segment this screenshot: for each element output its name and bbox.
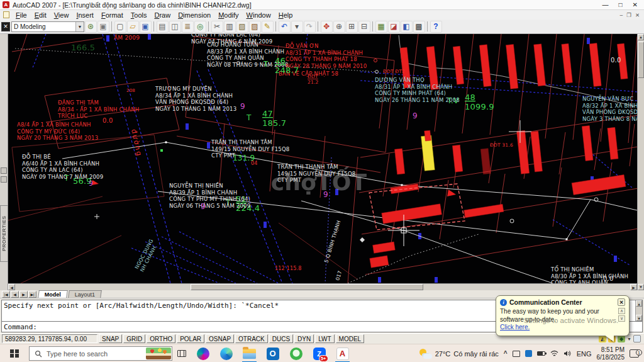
taskbar-app-autocad[interactable]: A <box>331 344 354 362</box>
menu-insert[interactable]: Insert <box>72 11 97 19</box>
palette-button-icon[interactable] <box>1 167 7 174</box>
tray-window-icon[interactable] <box>513 351 520 357</box>
tray-dropdown-icon[interactable]: ▼ <box>627 337 631 341</box>
palette-button-icon[interactable] <box>1 176 7 183</box>
popup-link[interactable]: Click here. <box>500 324 530 331</box>
menu-modify[interactable]: Modify <box>214 11 242 19</box>
pan-icon[interactable]: ✥ <box>321 21 333 33</box>
zoom-realtime-icon[interactable]: ⊕ <box>333 21 345 33</box>
vertical-scrollbar[interactable]: ▲ ▼ <box>637 34 644 290</box>
toggle-snap[interactable]: SNAP <box>99 334 122 343</box>
workspace-combo[interactable]: D Modeling ▼ <box>11 21 84 32</box>
menu-view[interactable]: View <box>50 11 73 19</box>
clean-screen-icon[interactable] <box>633 335 641 342</box>
match-properties-icon[interactable]: ▨ <box>249 21 261 33</box>
scroll-right-icon[interactable]: ▶ <box>630 284 637 290</box>
new-icon[interactable]: ▢ <box>114 21 126 33</box>
hscroll-thumb[interactable] <box>191 284 423 290</box>
cmd-scroll-down-icon[interactable]: ▼ <box>636 315 642 321</box>
menu-format[interactable]: Format <box>97 11 127 19</box>
vscroll-thumb[interactable] <box>638 42 644 78</box>
taskbar-app-copilot[interactable] <box>191 344 214 362</box>
toggle-model[interactable]: MODEL <box>336 334 365 343</box>
search-highlight-image[interactable] <box>146 348 171 359</box>
open-icon[interactable]: ▱ <box>127 21 139 33</box>
properties-palette-tab[interactable]: PROPERTIES <box>0 205 8 262</box>
toggle-lwt[interactable]: LWT <box>315 334 334 343</box>
workspace-lock-icon[interactable]: ▣ <box>97 21 109 33</box>
task-view-button[interactable] <box>172 344 191 362</box>
drawing-canvas[interactable]: ĂM 2009CÔNG TY NGÂN LẠC (64)NGÀY 04 THÁN… <box>8 34 637 283</box>
search-input[interactable]: Type here to search <box>29 346 172 361</box>
toggle-grid[interactable]: GRID <box>123 334 145 343</box>
child-minimize-button[interactable]: – <box>620 12 623 18</box>
tab-layout1[interactable]: Layout1 <box>68 290 102 298</box>
sheetset-manager-icon[interactable]: ▦ <box>375 21 387 33</box>
tab-first-icon[interactable]: |◀ <box>2 291 10 298</box>
cmd-scroll-up-icon[interactable]: ▲ <box>636 300 642 307</box>
etransmit-icon[interactable]: ◎ <box>194 21 206 33</box>
menu-file[interactable]: File <box>12 11 31 19</box>
menu-help[interactable]: Help <box>275 11 297 19</box>
markup-manager-icon[interactable]: ◪ <box>388 21 400 33</box>
taskbar-app-explorer[interactable] <box>238 344 261 362</box>
cut-icon[interactable]: ✂ <box>211 21 223 33</box>
tab-model[interactable]: Model <box>38 290 68 298</box>
publish-icon[interactable]: ≣ <box>182 21 194 33</box>
tab-prev-icon[interactable]: ◀ <box>11 291 19 298</box>
zoom-window-icon[interactable]: ⊞ <box>346 21 358 33</box>
toolbar-close-icon[interactable]: ✕ <box>1 22 10 31</box>
workspace-settings-icon[interactable]: ⊛ <box>85 21 97 33</box>
menu-tools[interactable]: Tools <box>127 11 151 19</box>
save-icon[interactable]: ▣ <box>140 21 152 33</box>
popup-scroll-up-icon[interactable]: ∧ <box>618 308 625 314</box>
tab-last-icon[interactable]: ▶| <box>28 291 36 298</box>
weather-widget[interactable]: 27°C Có mây rải rác <box>419 349 499 359</box>
block-editor-icon[interactable]: ◧ <box>401 21 413 33</box>
minimize-button[interactable]: — <box>602 1 609 9</box>
command-scrollbar[interactable]: ▲ ▼ <box>635 300 642 321</box>
toggle-ducs[interactable]: DUCS <box>269 334 293 343</box>
redo-icon[interactable]: ↷ <box>304 21 316 33</box>
child-restore-button[interactable]: ❐ <box>626 12 631 18</box>
popup-scroll-down-icon[interactable]: ∨ <box>618 315 625 322</box>
taskbar-app-edge[interactable] <box>214 344 238 362</box>
undo-dropdown-icon[interactable]: ▾ <box>291 21 303 33</box>
popup-close-icon[interactable]: ✕ <box>618 298 625 306</box>
menu-window[interactable]: Window <box>243 11 275 19</box>
scroll-up-icon[interactable]: ▲ <box>638 34 644 40</box>
menu-draw[interactable]: Draw <box>150 11 174 19</box>
copy-icon[interactable]: ▥ <box>224 21 236 33</box>
hidden-icons-chevron[interactable]: ^ <box>504 350 508 357</box>
toggle-ortho[interactable]: ORTHO <box>147 334 175 343</box>
undo-icon[interactable]: ↶ <box>279 21 291 33</box>
language-indicator[interactable]: ENG <box>577 350 592 358</box>
chevron-down-icon[interactable]: ▼ <box>75 22 84 31</box>
toggle-osnap[interactable]: OSNAP <box>206 334 234 343</box>
menu-dimension[interactable]: Dimension <box>174 11 214 19</box>
close-button[interactable]: ✕ <box>633 1 638 9</box>
toggle-dyn[interactable]: DYN <box>294 334 314 343</box>
battery-icon[interactable] <box>537 351 545 356</box>
taskbar-app-outlook[interactable]: O <box>261 344 284 362</box>
scroll-left-icon[interactable]: ◀ <box>8 284 15 290</box>
child-close-button[interactable]: ✕ <box>635 12 640 18</box>
pencil-icon[interactable]: ✎ <box>262 21 274 33</box>
wifi-icon[interactable] <box>550 350 558 357</box>
plot-preview-icon[interactable]: ◫ <box>169 21 181 33</box>
horizontal-scrollbar[interactable]: ◀ ▶ <box>8 283 637 290</box>
clock[interactable]: 8:51 PM 6/18/2025 <box>597 346 625 361</box>
tray-app-icon[interactable] <box>525 350 532 357</box>
taskbar-app-coccoc[interactable] <box>284 344 308 362</box>
maximize-button[interactable]: □ <box>619 1 623 9</box>
plot-icon[interactable]: ▤ <box>157 21 169 33</box>
validate-icon[interactable]: ◆ <box>618 335 625 342</box>
menu-edit[interactable]: Edit <box>31 11 50 19</box>
speaker-icon[interactable] <box>564 350 572 357</box>
start-button[interactable] <box>6 344 23 362</box>
help-icon[interactable]: ? <box>430 21 442 33</box>
toggle-polar[interactable]: POLAR <box>177 334 204 343</box>
toggle-otrack[interactable]: OTRACK <box>235 334 268 343</box>
tab-next-icon[interactable]: ▶ <box>19 291 28 298</box>
taskbar-app-zalo[interactable]: Z5+ <box>308 344 331 362</box>
